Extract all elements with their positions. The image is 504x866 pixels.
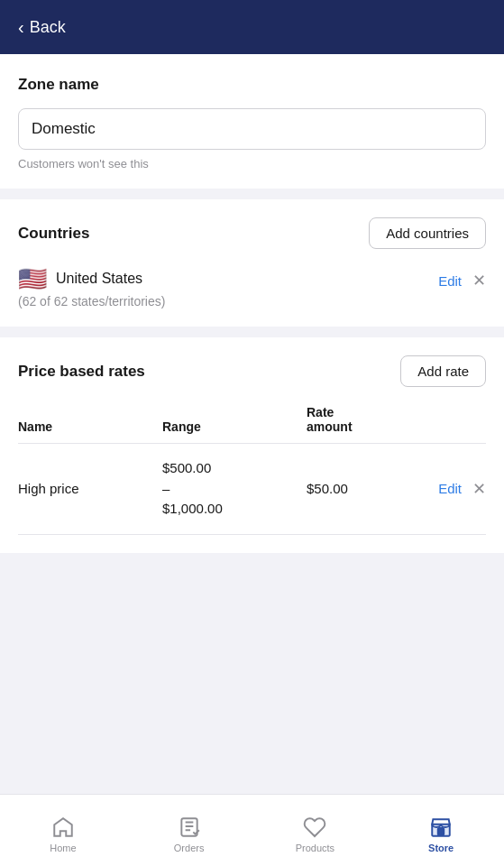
country-sub: (62 of 62 states/territories) <box>18 294 165 309</box>
nav-label-orders: Orders <box>174 843 205 853</box>
col-name-header: Name <box>18 419 162 434</box>
products-icon <box>303 815 326 839</box>
nav-item-store[interactable]: Store <box>378 795 504 866</box>
svg-rect-1 <box>438 828 444 835</box>
countries-header-row: Countries Add countries <box>18 217 486 249</box>
section-divider-1 <box>0 189 504 199</box>
rates-section: Price based rates Add rate Name Range Ra… <box>0 337 504 553</box>
row-actions: Edit ✕ <box>438 479 486 499</box>
row-rate: $50.00 <box>307 481 348 496</box>
country-row: 🇺🇸 United States (62 of 62 states/territ… <box>18 267 486 309</box>
edit-rate-button[interactable]: Edit <box>438 481 462 496</box>
bottom-nav-spacer <box>0 553 504 634</box>
rates-table: Name Range Rateamount High price $500.00… <box>18 405 486 535</box>
add-rate-button[interactable]: Add rate <box>400 355 486 387</box>
nav-item-products[interactable]: Products <box>252 795 379 866</box>
nav-label-products: Products <box>296 843 334 853</box>
rates-header-row: Price based rates Add rate <box>18 355 486 387</box>
rates-label: Price based rates <box>18 363 145 381</box>
section-divider-2 <box>0 327 504 337</box>
row-name: High price <box>18 481 162 496</box>
edit-country-button[interactable]: Edit <box>438 273 462 289</box>
country-name: United States <box>56 271 142 287</box>
nav-label-home: Home <box>50 843 76 853</box>
nav-label-store: Store <box>428 843 454 853</box>
countries-section: Countries Add countries 🇺🇸 United States… <box>0 199 504 327</box>
zone-name-hint: Customers won't see this <box>18 157 486 170</box>
zone-name-section: Zone name Customers won't see this <box>0 54 504 189</box>
country-actions: Edit ✕ <box>438 267 486 290</box>
back-button[interactable]: ‹ Back <box>18 17 66 38</box>
add-countries-button[interactable]: Add countries <box>369 217 486 249</box>
chevron-left-icon: ‹ <box>18 17 24 38</box>
store-icon <box>429 815 453 839</box>
row-range: $500.00–$1,000.00 <box>162 458 307 520</box>
back-label: Back <box>30 18 66 37</box>
country-info: 🇺🇸 United States (62 of 62 states/territ… <box>18 267 165 309</box>
table-row: High price $500.00–$1,000.00 $50.00 Edit… <box>18 444 486 535</box>
col-rate-header: Rateamount <box>307 405 486 434</box>
orders-icon <box>178 815 201 839</box>
countries-label: Countries <box>18 225 89 243</box>
remove-country-icon[interactable]: ✕ <box>472 271 486 290</box>
remove-rate-icon[interactable]: ✕ <box>472 479 486 499</box>
bottom-nav: Home Orders Products Store <box>0 794 504 866</box>
zone-name-input[interactable] <box>18 108 486 150</box>
us-flag-icon: 🇺🇸 <box>18 267 47 290</box>
country-name-row: 🇺🇸 United States <box>18 267 165 290</box>
col-range-header: Range <box>162 419 307 434</box>
zone-name-label: Zone name <box>18 76 486 94</box>
cell-rate-actions: $50.00 Edit ✕ <box>307 479 486 499</box>
home-icon <box>51 815 75 839</box>
header: ‹ Back <box>0 0 504 54</box>
table-header-row: Name Range Rateamount <box>18 405 486 444</box>
nav-item-home[interactable]: Home <box>0 795 126 866</box>
nav-item-orders[interactable]: Orders <box>126 795 252 866</box>
